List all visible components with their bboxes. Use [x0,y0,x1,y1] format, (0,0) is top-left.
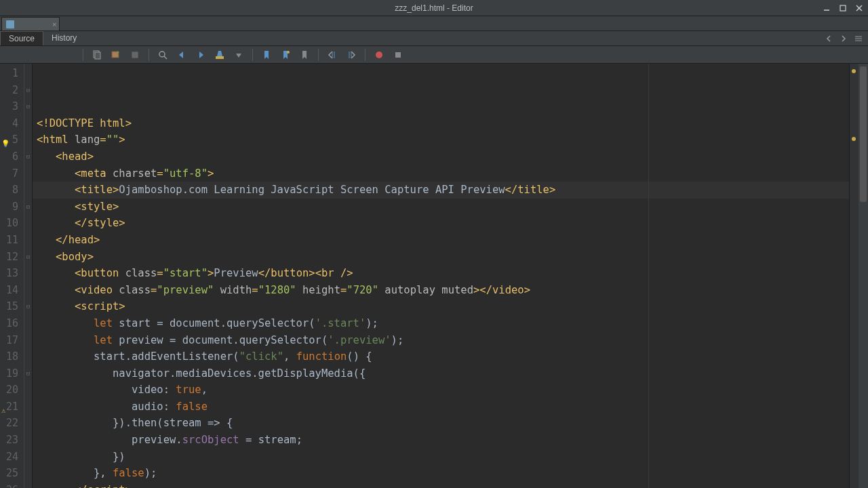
code-line[interactable]: <meta charset="utf-8"> [37,165,849,182]
code-line[interactable]: <html lang=""> [37,131,849,148]
code-line[interactable]: <title>Ojamboshop.com Learning JavaScrip… [33,182,849,199]
tool-icon-1[interactable] [89,47,105,62]
scrollbar-track[interactable] [859,64,868,488]
lint-marker-icon [852,69,856,73]
tab-source[interactable]: Source [0,31,43,45]
tab-history[interactable]: History [43,31,85,45]
view-tabs-row: Source History [0,31,868,46]
code-line[interactable]: <button class="start">Preview</button><b… [37,265,849,282]
svg-rect-21 [395,52,401,58]
tool-dropdown-icon[interactable] [231,47,247,62]
code-line[interactable]: let start = document.querySelector('.sta… [37,315,849,332]
nav-list-icon[interactable] [852,33,865,45]
svg-point-20 [376,52,382,58]
window-title: zzz_del1.html - Editor [395,3,473,13]
lint-marker-icon [852,137,856,141]
code-line[interactable]: navigator.mediaDevices.getDisplayMedia({ [37,365,849,382]
tool-prev-icon[interactable] [174,47,190,62]
window-controls [821,3,865,14]
separator [318,49,319,61]
code-line[interactable]: <script> [37,298,849,315]
separator [365,49,366,61]
close-tab-icon[interactable]: × [52,20,56,28]
svg-rect-1 [840,5,846,11]
editor[interactable]: 12345💡6789101112131415161718192021⚠22232… [0,64,868,488]
svg-rect-4 [6,20,14,28]
tool-highlight-icon[interactable] [212,47,228,62]
tool-find-icon[interactable] [155,47,171,62]
code-line[interactable]: </head> [37,232,849,249]
svg-rect-9 [95,52,100,59]
svg-point-12 [159,52,165,57]
code-line[interactable]: </script> [37,482,849,488]
html-file-icon [6,20,14,28]
close-button[interactable] [853,3,865,14]
code-line[interactable]: <body> [37,249,849,266]
nav-arrows [822,33,868,45]
code-line[interactable]: video: true, [37,382,849,399]
svg-point-15 [287,51,290,54]
code-line[interactable]: audio: false [37,399,849,415]
code-line[interactable]: }) [37,449,849,466]
code-line[interactable]: }, false); [37,465,849,482]
svg-rect-14 [216,56,224,59]
tool-shift-left-icon[interactable] [324,47,340,62]
tool-next-icon[interactable] [193,47,209,62]
code-line[interactable]: preview.srcObject = stream; [37,432,849,449]
code-area[interactable]: <!DOCTYPE html><html lang=""> <head> <me… [33,64,849,488]
tool-stop-icon[interactable] [390,47,406,62]
code-line[interactable]: let preview = document.querySelector('.p… [37,332,849,349]
scrollbar-thumb[interactable] [860,66,867,202]
tool-shift-right-icon[interactable] [343,47,359,62]
file-tab-active[interactable]: × [1,17,60,30]
fold-gutter[interactable]: ⊟⊟⊟⊟⊟⊟⊟ [24,64,33,488]
tool-record-icon[interactable] [371,47,387,62]
tool-bookmark-next-icon[interactable] [277,47,294,62]
separator [83,49,83,61]
svg-line-13 [164,56,167,59]
code-line[interactable]: </style> [37,215,849,232]
separator [252,49,253,61]
titlebar: zzz_del1.html - Editor [0,0,868,16]
nav-forward-icon[interactable] [837,33,850,45]
right-margin-line [648,64,649,488]
code-line[interactable]: <video class="preview" width="1280" heig… [37,282,849,299]
code-line[interactable]: }).then(stream => { [37,415,849,432]
code-line[interactable]: <head> [37,148,849,165]
tool-icon-3[interactable] [127,47,143,62]
nav-back-icon[interactable] [822,33,835,45]
tool-bookmark-toggle-icon[interactable] [296,47,313,62]
toolbar [0,46,868,64]
line-number-gutter: 12345💡6789101112131415161718192021⚠22232… [0,64,24,488]
tool-bookmark-prev-icon[interactable] [258,47,275,62]
minimize-button[interactable] [821,3,833,14]
view-tabs: Source History [0,31,85,45]
tool-icon-2[interactable] [108,47,124,62]
separator [149,49,149,61]
code-line[interactable]: <style> [37,199,849,216]
error-stripe [849,64,859,488]
code-line[interactable]: <!DOCTYPE html> [37,115,849,132]
code-line[interactable]: start.addEventListener("click", function… [37,348,849,365]
svg-rect-11 [132,52,138,58]
maximize-button[interactable] [837,3,849,14]
file-tabs: × [0,16,868,31]
